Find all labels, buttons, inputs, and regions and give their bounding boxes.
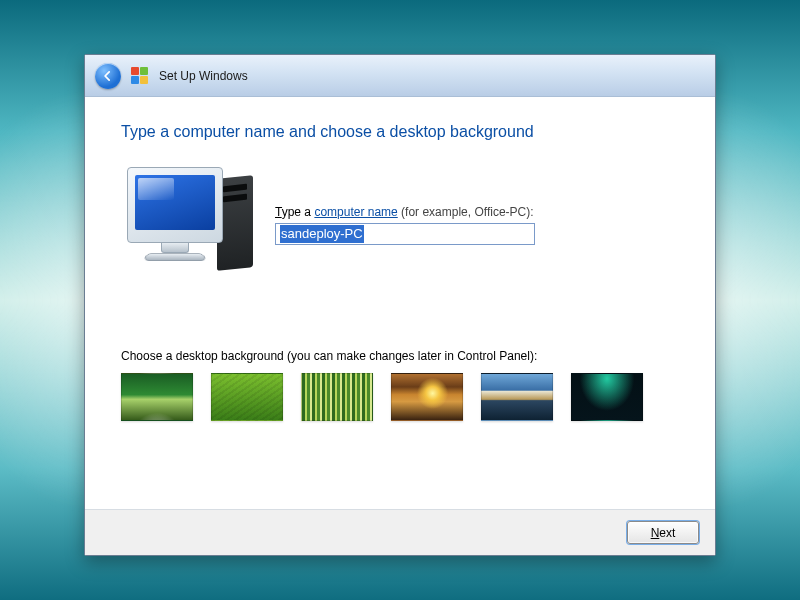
wallpaper-bamboo[interactable]: [301, 373, 373, 421]
desktop-background-label: Choose a desktop background (you can mak…: [121, 349, 679, 363]
wallpaper-vista-aurora[interactable]: [121, 373, 193, 421]
wallpaper-northern-lights[interactable]: [571, 373, 643, 421]
wallpaper-mountain-lake[interactable]: [481, 373, 553, 421]
monitor-icon: [127, 167, 223, 243]
computer-name-value: sandeploy-PC: [280, 225, 364, 243]
computer-name-hint: (for example, Office-PC):: [398, 205, 534, 219]
next-accel: N: [651, 526, 660, 540]
monitor-stand-icon: [161, 243, 189, 253]
next-rest: ext: [659, 526, 675, 540]
monitor-base-icon: [143, 253, 206, 261]
accel-letter: T: [275, 205, 282, 219]
wallpaper-leaf[interactable]: [211, 373, 283, 421]
dialog-footer: Next: [85, 509, 715, 555]
back-button[interactable]: [95, 63, 121, 89]
wallpaper-thumbs: [121, 373, 679, 421]
dialog-content: Type a computer name and choose a deskto…: [85, 97, 715, 509]
computer-name-input[interactable]: sandeploy-PC: [275, 223, 535, 245]
computer-name-help-link[interactable]: computer name: [314, 205, 397, 219]
next-button[interactable]: Next: [627, 521, 699, 544]
desktop-background-section: Choose a desktop background (you can mak…: [121, 349, 679, 421]
computer-name-label: Type a computer name (for example, Offic…: [275, 205, 679, 219]
arrow-left-icon: [101, 69, 115, 83]
windows-flag-icon: [131, 67, 149, 85]
setup-windows-dialog: Set Up Windows Type a computer name and …: [84, 54, 716, 556]
page-heading: Type a computer name and choose a deskto…: [121, 123, 679, 141]
computer-name-block: Type a computer name (for example, Offic…: [275, 167, 679, 245]
titlebar: Set Up Windows: [85, 55, 715, 97]
computer-illustration: [121, 167, 253, 285]
wallpaper-sunset-field[interactable]: [391, 373, 463, 421]
titlebar-title: Set Up Windows: [159, 69, 248, 83]
